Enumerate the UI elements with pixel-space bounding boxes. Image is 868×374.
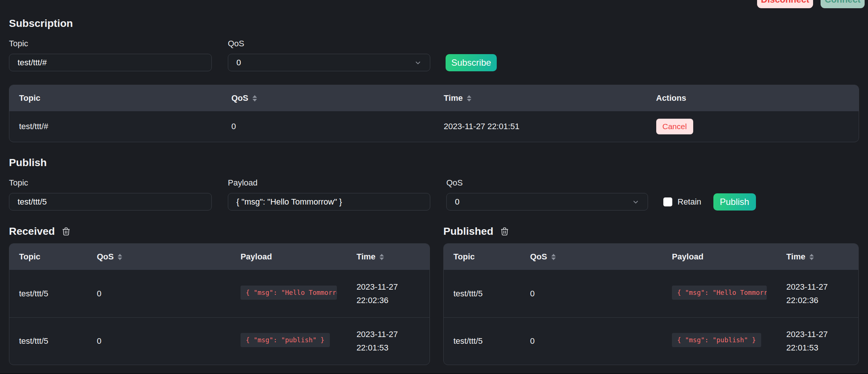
col-label: Payload <box>672 252 703 262</box>
messages-area: Received Topic QoS Payload <box>9 225 859 365</box>
subscription-row-topic: test/ttt/# <box>9 122 222 131</box>
col-label: QoS <box>97 252 114 262</box>
received-row: test/ttt/5 0 { "msg": "Hello Tommorrow" … <box>9 270 430 317</box>
subscription-row-time: 2023-11-27 22:01:51 <box>434 122 647 131</box>
publish-payload-label: Payload <box>228 178 430 188</box>
page-bottom-edge <box>0 372 868 374</box>
sort-icon[interactable] <box>252 95 257 102</box>
cell-payload: { "msg": "Hello Tommorrow" <box>662 286 776 302</box>
published-col-payload: Payload <box>662 252 776 262</box>
cell-qos: 0 <box>520 336 662 346</box>
subscription-row-actions: Cancel <box>647 119 859 134</box>
received-col-qos[interactable]: QoS <box>87 252 231 262</box>
subscription-qos-field: QoS 0 <box>228 39 430 71</box>
published-row: test/ttt/5 0 { "msg": "publish" } 2023-1… <box>444 317 858 365</box>
received-row: test/ttt/5 0 { "msg": "publish" } 2023-1… <box>9 317 430 365</box>
retain-checkbox[interactable] <box>663 197 672 206</box>
cell-topic: test/ttt/5 <box>9 336 87 346</box>
subscription-title: Subscription <box>9 17 859 30</box>
publish-payload-input[interactable] <box>228 193 430 211</box>
subscribe-button[interactable]: Subscribe <box>446 54 497 71</box>
publish-qos-value: 0 <box>455 197 459 207</box>
publish-qos-field: QoS 0 <box>446 178 648 211</box>
publish-title: Publish <box>9 156 859 169</box>
subscription-qos-value: 0 <box>236 58 241 68</box>
sort-icon[interactable] <box>809 254 814 260</box>
cell-time: 2023-11-27 22:01:53 <box>776 328 858 355</box>
published-col-topic: Topic <box>444 252 520 262</box>
cell-qos: 0 <box>87 289 231 299</box>
cell-qos: 0 <box>87 336 231 346</box>
retain-group: Retain <box>663 193 701 211</box>
col-label: Time <box>356 252 375 262</box>
publish-qos-select[interactable]: 0 <box>446 193 648 211</box>
subscription-table-header: Topic QoS Time Actions <box>9 85 859 111</box>
subscription-topic-field: Topic <box>9 39 212 71</box>
published-title: Published <box>443 225 493 237</box>
publish-button[interactable]: Publish <box>713 193 756 211</box>
sort-icon[interactable] <box>118 254 122 260</box>
subscription-form: Topic QoS 0 Subscribe <box>9 39 859 71</box>
col-label: QoS <box>232 93 248 103</box>
cell-time: 2023-11-27 22:01:53 <box>347 328 430 355</box>
retain-label: Retain <box>678 197 701 207</box>
sort-icon[interactable] <box>467 95 471 102</box>
connect-button[interactable]: Connect <box>821 0 865 8</box>
subscription-row: test/ttt/# 0 2023-11-27 22:01:51 Cancel <box>9 111 859 142</box>
received-table: Topic QoS Payload Time test/ttt/5 <box>9 243 430 365</box>
published-table-header: Topic QoS Payload Time <box>444 244 858 270</box>
received-panel: Received Topic QoS Payload <box>9 225 430 365</box>
clear-received-button[interactable] <box>61 227 71 236</box>
topbar: Disconnect Connect <box>9 0 859 10</box>
published-col-time[interactable]: Time <box>776 252 858 262</box>
trash-icon <box>61 227 71 236</box>
received-title: Received <box>9 225 55 237</box>
col-label: Topic <box>19 252 40 262</box>
cell-topic: test/ttt/5 <box>9 289 87 299</box>
received-col-time[interactable]: Time <box>347 252 430 262</box>
sort-icon[interactable] <box>379 254 384 260</box>
col-label: Actions <box>656 93 686 103</box>
subscription-col-qos[interactable]: QoS <box>222 93 434 103</box>
col-label: Topic <box>19 93 40 103</box>
cell-payload: { "msg": "publish" } <box>231 333 347 349</box>
subscription-qos-label: QoS <box>228 39 430 49</box>
payload-badge: { "msg": "publish" } <box>241 333 330 347</box>
col-label: Time <box>786 252 805 262</box>
trash-icon <box>500 227 509 236</box>
payload-badge: { "msg": "Hello Tommorrow" <box>241 286 337 300</box>
published-col-qos[interactable]: QoS <box>520 252 662 262</box>
published-row: test/ttt/5 0 { "msg": "Hello Tommorrow" … <box>444 270 858 317</box>
cell-qos: 0 <box>520 289 662 299</box>
publish-payload-field: Payload <box>228 178 430 211</box>
col-label: Topic <box>453 252 475 262</box>
cancel-subscription-button[interactable]: Cancel <box>656 119 693 134</box>
subscription-col-topic: Topic <box>9 93 222 103</box>
subscription-topic-input[interactable] <box>9 54 212 71</box>
cell-topic: test/ttt/5 <box>444 289 520 299</box>
publish-form: Topic Payload QoS 0 Retain Publish <box>9 178 859 211</box>
payload-badge: { "msg": "publish" } <box>672 333 761 347</box>
cell-payload: { "msg": "Hello Tommorrow" <box>231 286 347 302</box>
subscription-col-time[interactable]: Time <box>434 93 647 103</box>
publish-qos-label: QoS <box>446 178 648 188</box>
publish-topic-field: Topic <box>9 178 212 211</box>
subscription-col-actions: Actions <box>647 93 859 103</box>
col-label: QoS <box>530 252 547 262</box>
published-head: Published <box>443 225 859 237</box>
chevron-down-icon <box>632 198 639 206</box>
publish-topic-label: Topic <box>9 178 212 188</box>
subscription-table: Topic QoS Time Actions test/ttt/# 0 2023… <box>9 85 859 142</box>
col-label: Payload <box>241 252 272 262</box>
subscription-qos-select[interactable]: 0 <box>228 54 430 71</box>
disconnect-button[interactable]: Disconnect <box>757 0 813 8</box>
subscription-topic-label: Topic <box>9 39 212 49</box>
publish-topic-input[interactable] <box>9 193 212 211</box>
payload-badge: { "msg": "Hello Tommorrow" <box>672 286 767 300</box>
sort-icon[interactable] <box>551 254 556 260</box>
received-head: Received <box>9 225 430 237</box>
clear-published-button[interactable] <box>500 227 509 236</box>
col-label: Time <box>444 93 463 103</box>
cell-time: 2023-11-27 22:02:36 <box>347 280 430 307</box>
page: Disconnect Connect Subscription Topic Qo… <box>0 0 868 374</box>
